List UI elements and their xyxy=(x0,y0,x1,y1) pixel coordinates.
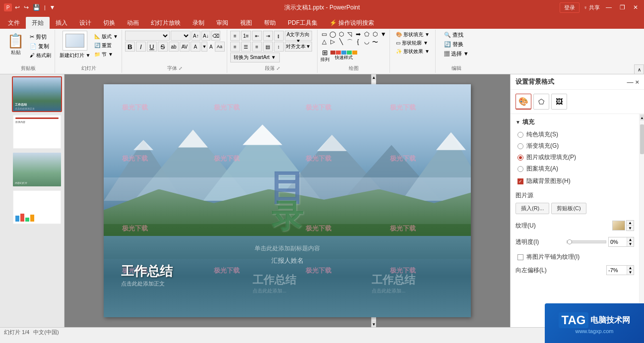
tab-review[interactable]: 审阅 xyxy=(210,17,234,29)
tab-design[interactable]: 设计 xyxy=(73,17,97,29)
panel-close-btn[interactable]: × xyxy=(635,78,639,86)
bullets-btn[interactable]: ≡ xyxy=(230,31,240,41)
effects-icon-btn[interactable]: ⬠ xyxy=(533,94,549,110)
tile-texture-option[interactable]: 将图片平铺为纹理(I) xyxy=(517,253,634,261)
shape-pent[interactable]: ⬠ xyxy=(363,31,371,38)
slide-reporter[interactable]: 汇报人姓名 xyxy=(271,256,304,265)
increase-font-btn[interactable]: A↑ xyxy=(192,31,200,41)
clipboard-image-btn[interactable]: 剪贴板(C) xyxy=(551,203,586,214)
transparency-input[interactable] xyxy=(609,238,627,245)
shape-rtri[interactable]: ▷ xyxy=(329,38,337,47)
tab-transitions[interactable]: 切换 xyxy=(97,17,121,29)
insert-image-btn[interactable]: 插入(R)... xyxy=(515,203,549,214)
tab-record[interactable]: 录制 xyxy=(187,17,210,29)
new-slide-preview[interactable] xyxy=(63,31,87,51)
find-button[interactable]: 🔍 查找 xyxy=(443,31,465,39)
font-color-btn[interactable]: A xyxy=(191,42,200,52)
tab-animations[interactable]: 动画 xyxy=(121,17,145,29)
transparency-down-btn[interactable]: ▼ xyxy=(627,242,634,246)
shape-curve[interactable]: ⌒ xyxy=(346,38,354,47)
clear-format-btn[interactable]: ⌫ xyxy=(211,31,220,41)
collapse-ribbon-btn[interactable]: ∧ xyxy=(634,64,644,74)
save-btn[interactable]: 💾 xyxy=(32,4,41,11)
align-center-btn[interactable]: ☰ xyxy=(241,42,251,52)
slide-placeholder[interactable]: 单击此处添加副标题内容 xyxy=(255,244,320,253)
transparency-up-btn[interactable]: ▲ xyxy=(627,237,634,242)
numbering-btn[interactable]: 1≡ xyxy=(241,31,251,41)
shape-right-arrow[interactable]: ⬡ xyxy=(337,31,345,38)
bottom-title-area[interactable]: 工作总结 点击此处添加正文 xyxy=(121,263,173,287)
align-left-btn[interactable]: ≡ xyxy=(230,42,240,52)
panel-scrollbar[interactable]: ▲ ▼ xyxy=(639,114,644,327)
close-btn[interactable]: ✕ xyxy=(631,4,640,11)
shadow-btn[interactable]: ab xyxy=(169,42,179,52)
tab-slideshow[interactable]: 幻灯片放映 xyxy=(145,17,187,29)
share-button[interactable]: ♀ 共享 xyxy=(583,4,600,11)
decrease-font-btn[interactable]: A↓ xyxy=(201,31,210,41)
copy-button[interactable]: 📄 复制 xyxy=(28,42,53,51)
tab-insert[interactable]: 插入 xyxy=(50,17,73,29)
slide-thumb-2[interactable]: 目录内容 xyxy=(12,114,62,150)
tab-pdf[interactable]: PDF工具集 xyxy=(282,17,323,29)
text-direction-btn[interactable]: A文字方向▼ xyxy=(285,31,312,41)
slide-center-text[interactable]: 目 录 xyxy=(269,170,305,232)
texture-up-btn[interactable]: ▲ xyxy=(627,221,634,226)
select-button[interactable]: ▦ 选择 ▼ xyxy=(443,50,470,58)
italic-btn[interactable]: I xyxy=(136,42,146,52)
shape-fill-btn[interactable]: 🎨 形状填充 ▼ xyxy=(394,31,431,39)
section-button[interactable]: 📁 节 ▼ xyxy=(93,51,119,58)
shape-arrow[interactable]: ➡ xyxy=(354,31,362,38)
cut-button[interactable]: ✂ 剪切 xyxy=(28,33,53,41)
shape-ellipse[interactable]: ◯ xyxy=(329,31,337,38)
shape-wave[interactable]: 〜 xyxy=(371,38,379,47)
solid-fill-option[interactable]: 纯色填充(S) xyxy=(517,130,634,139)
fill-section-title[interactable]: ▼ 填充 xyxy=(515,118,634,126)
shape-brace[interactable]: { xyxy=(354,38,362,47)
shape-outline-btn[interactable]: ▭ 形状轮廓 ▼ xyxy=(394,39,429,47)
font-face-select[interactable] xyxy=(125,31,170,41)
quick-styles-btn[interactable]: 快速样式 xyxy=(330,51,357,61)
font-expand-btn[interactable]: ⤢ xyxy=(179,66,183,71)
panel-scroll-thumb[interactable] xyxy=(640,124,644,154)
panel-minimize-btn[interactable]: — xyxy=(627,78,633,86)
slide-thumb-1[interactable]: 工作总结 点击此处添加正文 xyxy=(12,76,62,112)
bold-btn[interactable]: B xyxy=(125,42,135,52)
shape-more[interactable]: ▼ xyxy=(380,31,387,38)
font-size-select[interactable] xyxy=(171,31,191,41)
justify-btn[interactable]: ▤ xyxy=(263,42,273,52)
shape-rect[interactable]: ▭ xyxy=(321,31,328,38)
gradient-fill-option[interactable]: 渐变填充(G) xyxy=(517,142,634,150)
strikethrough-btn[interactable]: S xyxy=(158,42,168,52)
login-button[interactable]: 登录 xyxy=(560,2,580,13)
align-right-btn[interactable]: ≡ xyxy=(252,42,262,52)
reset-button[interactable]: 🔄 重置 xyxy=(93,42,119,50)
underline-btn[interactable]: U xyxy=(147,42,157,52)
restore-btn[interactable]: ❐ xyxy=(618,4,627,11)
slide-thumb-3[interactable]: 内容幻灯片 xyxy=(12,152,62,187)
scroll-up-btn[interactable]: ▲ xyxy=(372,74,376,80)
pattern-fill-option[interactable]: 图案填充(A) xyxy=(517,165,634,173)
picture-icon-btn[interactable]: 🖼 xyxy=(551,94,567,110)
tab-help[interactable]: 帮助 xyxy=(258,17,282,29)
increase-indent-btn[interactable]: ⇥ xyxy=(263,31,273,41)
shape-tri[interactable]: △ xyxy=(321,38,328,47)
shape-line[interactable]: ╲ xyxy=(337,38,345,47)
texture-down-btn[interactable]: ▼ xyxy=(627,226,634,230)
hide-bg-shapes-option[interactable]: ✓ 隐藏背景图形(H) xyxy=(517,177,634,185)
new-slide-button[interactable]: 新建幻灯片 ▼ xyxy=(58,52,92,59)
tab-view[interactable]: 视图 xyxy=(234,17,258,29)
shape-more2[interactable] xyxy=(380,38,387,47)
redo-btn[interactable]: ↪ xyxy=(23,4,30,11)
customize-btn[interactable]: ▼ xyxy=(49,4,57,11)
shape-effect-btn[interactable]: ✨ 形状效果 ▼ xyxy=(394,48,431,56)
shape-rt-tri[interactable]: ◹ xyxy=(346,31,354,38)
slide-thumb-4[interactable] xyxy=(12,189,62,225)
minimize-btn[interactable]: — xyxy=(604,4,614,11)
texture-preview-btn[interactable] xyxy=(612,221,625,230)
para-expand-btn[interactable]: ⤢ xyxy=(276,66,280,71)
tab-home[interactable]: 开始 xyxy=(26,17,50,29)
shape-arc[interactable]: ◡ xyxy=(363,38,371,47)
picture-fill-option[interactable]: 图片或纹理填充(P) xyxy=(517,153,634,162)
change-case-btn[interactable]: Aa xyxy=(215,42,225,52)
replace-button[interactable]: 🔄 替换 xyxy=(443,40,465,49)
